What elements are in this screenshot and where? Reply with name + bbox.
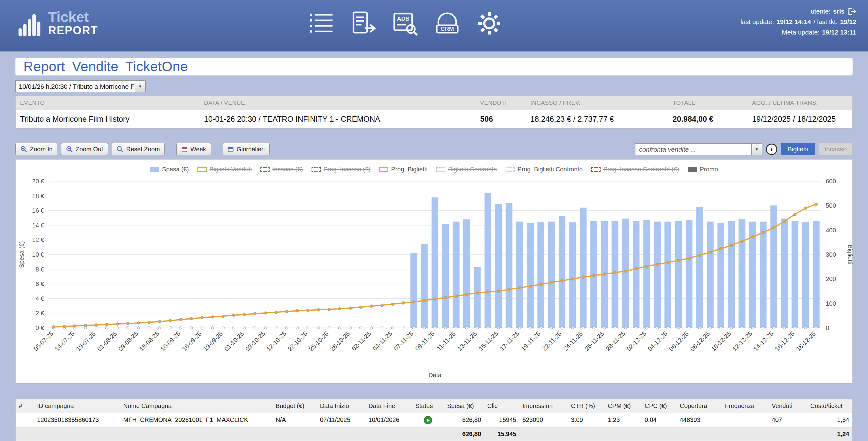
prog-biglietti-confronto-marker[interactable] xyxy=(137,327,140,329)
prog-biglietti-marker[interactable] xyxy=(116,323,119,326)
prog-biglietti-marker[interactable] xyxy=(285,310,288,313)
prog-biglietti-confronto-marker[interactable] xyxy=(646,327,648,329)
spesa-bar[interactable] xyxy=(760,222,767,328)
prog-biglietti-marker[interactable] xyxy=(571,278,574,280)
prog-biglietti-marker[interactable] xyxy=(687,257,690,260)
prog-biglietti-confronto-marker[interactable] xyxy=(243,327,246,329)
prog-biglietti-confronto-marker[interactable] xyxy=(571,327,574,329)
prog-biglietti-confronto-marker[interactable] xyxy=(201,327,203,329)
prog-biglietti-confronto-marker[interactable] xyxy=(741,327,743,329)
prog-biglietti-marker[interactable] xyxy=(645,265,648,268)
legend-item[interactable]: Spesa (€) xyxy=(150,166,189,173)
prog-biglietti-confronto-marker[interactable] xyxy=(265,327,267,329)
prog-biglietti-confronto-marker[interactable] xyxy=(476,327,478,329)
prog-biglietti-marker[interactable] xyxy=(783,220,786,223)
prog-biglietti-confronto-marker[interactable] xyxy=(762,327,764,329)
spesa-bar[interactable] xyxy=(813,221,819,328)
legend-item[interactable]: Prog. Biglietti Confronto xyxy=(505,166,583,173)
prog-biglietti-marker[interactable] xyxy=(794,213,797,216)
prog-biglietti-marker[interactable] xyxy=(699,254,701,257)
prog-biglietti-confronto-marker[interactable] xyxy=(190,327,192,329)
prog-biglietti-marker[interactable] xyxy=(455,295,458,297)
prog-biglietti-marker[interactable] xyxy=(741,240,743,243)
prog-biglietti-marker[interactable] xyxy=(253,312,256,315)
event-selector[interactable]: 10/01/26 h.20:30 / Tributo a Morricone F… xyxy=(16,80,146,92)
legend-item[interactable]: Prog. Biglietti xyxy=(379,166,428,173)
prog-biglietti-confronto-marker[interactable] xyxy=(508,327,510,329)
prog-biglietti-marker[interactable] xyxy=(465,293,468,296)
prog-biglietti-confronto-marker[interactable] xyxy=(232,327,235,329)
prog-biglietti-confronto-marker[interactable] xyxy=(677,327,680,329)
prog-biglietti-confronto-marker[interactable] xyxy=(582,327,585,329)
prog-biglietti-confronto-marker[interactable] xyxy=(751,327,754,329)
legend-item[interactable]: Biglietti Venduti xyxy=(197,166,252,173)
spesa-bar[interactable] xyxy=(474,267,480,328)
prog-biglietti-confronto-marker[interactable] xyxy=(275,327,277,329)
spesa-bar[interactable] xyxy=(717,223,724,328)
spesa-bar[interactable] xyxy=(686,220,692,328)
prog-biglietti-marker[interactable] xyxy=(614,271,616,274)
prog-biglietti-marker[interactable] xyxy=(762,231,765,234)
prog-biglietti-confronto-marker[interactable] xyxy=(317,327,319,329)
spesa-bar[interactable] xyxy=(771,206,777,328)
prog-biglietti-confronto-marker[interactable] xyxy=(169,327,172,329)
prog-biglietti-confronto-marker[interactable] xyxy=(699,327,701,329)
prog-biglietti-confronto-marker[interactable] xyxy=(253,327,256,329)
prog-biglietti-marker[interactable] xyxy=(434,298,436,301)
prog-biglietti-marker[interactable] xyxy=(105,323,108,326)
prog-biglietti-confronto-marker[interactable] xyxy=(497,327,500,329)
incasso-toggle-button[interactable]: Incasso xyxy=(819,143,852,155)
prog-biglietti-marker[interactable] xyxy=(497,290,500,293)
spesa-bar[interactable] xyxy=(707,222,714,328)
prog-biglietti-confronto-marker[interactable] xyxy=(487,327,489,329)
prog-biglietti-marker[interactable] xyxy=(180,318,182,321)
prog-biglietti-confronto-marker[interactable] xyxy=(211,327,214,329)
info-icon[interactable]: i xyxy=(766,144,777,155)
report-list-icon[interactable] xyxy=(308,10,334,36)
prog-biglietti-marker[interactable] xyxy=(307,309,309,312)
prog-biglietti-confronto-marker[interactable] xyxy=(370,327,373,329)
prog-biglietti-confronto-marker[interactable] xyxy=(550,327,553,329)
prog-biglietti-confronto-marker[interactable] xyxy=(148,327,150,329)
spesa-bar[interactable] xyxy=(463,219,470,328)
spesa-bar[interactable] xyxy=(495,204,502,328)
prog-biglietti-marker[interactable] xyxy=(560,279,563,282)
prog-biglietti-marker[interactable] xyxy=(751,235,754,238)
prog-biglietti-confronto-marker[interactable] xyxy=(180,327,182,329)
prog-biglietti-confronto-marker[interactable] xyxy=(656,327,658,329)
prog-biglietti-marker[interactable] xyxy=(200,316,203,319)
prog-biglietti-marker[interactable] xyxy=(603,273,606,275)
prog-biglietti-confronto-marker[interactable] xyxy=(614,327,616,329)
prog-biglietti-marker[interactable] xyxy=(137,322,140,325)
prog-biglietti-confronto-marker[interactable] xyxy=(296,327,299,329)
prog-biglietti-marker[interactable] xyxy=(296,309,299,312)
prog-biglietti-marker[interactable] xyxy=(550,281,553,284)
prog-biglietti-confronto-marker[interactable] xyxy=(95,327,97,329)
prog-biglietti-marker[interactable] xyxy=(232,314,235,316)
prog-biglietti-marker[interactable] xyxy=(804,207,807,210)
prog-biglietti-confronto-marker[interactable] xyxy=(444,327,447,329)
prog-biglietti-marker[interactable] xyxy=(148,321,151,324)
event-row[interactable]: Tributo a Morricone Film History 10-01-2… xyxy=(16,110,852,129)
prog-biglietti-marker[interactable] xyxy=(243,313,246,316)
prog-biglietti-marker[interactable] xyxy=(328,308,330,311)
export-report-icon[interactable] xyxy=(350,10,376,36)
week-button[interactable]: Week xyxy=(177,143,211,155)
prog-biglietti-confronto-marker[interactable] xyxy=(561,327,563,329)
spesa-bar[interactable] xyxy=(527,223,534,328)
prog-biglietti-confronto-marker[interactable] xyxy=(402,327,404,329)
prog-biglietti-marker[interactable] xyxy=(402,302,405,304)
legend-item[interactable]: Promo xyxy=(688,166,718,173)
prog-biglietti-confronto-marker[interactable] xyxy=(519,327,521,329)
prog-biglietti-marker[interactable] xyxy=(635,268,638,270)
legend-item[interactable]: Prog. Incasso Confronto (€) xyxy=(591,166,679,173)
prog-biglietti-confronto-marker[interactable] xyxy=(349,327,351,329)
prog-biglietti-marker[interactable] xyxy=(624,270,627,272)
prog-biglietti-marker[interactable] xyxy=(359,306,362,308)
prog-biglietti-confronto-marker[interactable] xyxy=(794,327,796,329)
prog-biglietti-confronto-marker[interactable] xyxy=(720,327,722,329)
confronta-dropdown-icon[interactable]: ▼ xyxy=(751,144,762,155)
prog-biglietti-confronto-marker[interactable] xyxy=(412,327,415,329)
prog-biglietti-marker[interactable] xyxy=(423,299,426,302)
spesa-bar[interactable] xyxy=(442,224,449,328)
